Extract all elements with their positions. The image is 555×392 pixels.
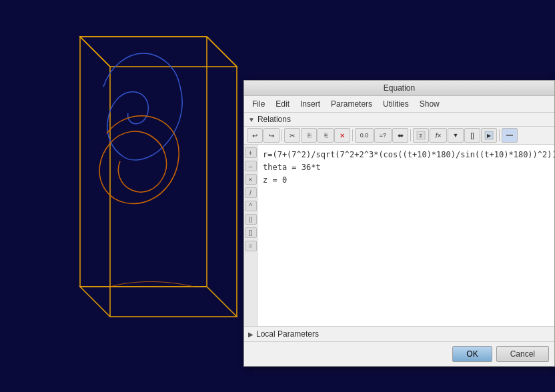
square-brackets-button[interactable]: []	[245, 227, 257, 238]
undo-button[interactable]: ↩	[247, 128, 263, 143]
menu-utilities[interactable]: Utilities	[378, 97, 414, 111]
sigma-button[interactable]: Σ	[413, 128, 429, 143]
menu-bar: File Edit Insert Parameters Utilities Sh…	[244, 96, 554, 113]
local-params-label: Local Parameters	[256, 329, 319, 339]
svg-marker-4	[80, 37, 237, 67]
equation-line-3: z = 0	[263, 174, 549, 187]
menu-file[interactable]: File	[247, 97, 270, 111]
equation-editor[interactable]: r=(7+(7^2)/sqrt(7^2+2^3*(cos((t+10)*180)…	[257, 145, 554, 326]
local-params-arrow[interactable]: ▶	[248, 331, 253, 338]
brackets-button[interactable]: []	[464, 128, 480, 143]
minus-button[interactable]: –	[245, 161, 257, 171]
toolbar-sep-4	[499, 129, 500, 141]
more-button[interactable]: ▶	[481, 128, 497, 143]
local-params-section: ▶ Local Parameters	[244, 326, 554, 341]
delete-button[interactable]: ✕	[334, 128, 350, 143]
align-button[interactable]: ⬌	[392, 128, 408, 143]
menu-edit[interactable]: Edit	[270, 97, 295, 111]
equation-panel: Equation File Edit Insert Parameters Uti…	[243, 80, 555, 367]
copy-button[interactable]: ⎘	[301, 128, 317, 143]
paste-button[interactable]: ⎗	[318, 128, 334, 143]
evaluate-button[interactable]: =?	[374, 128, 392, 143]
toolbar-sep-2	[352, 129, 353, 141]
button-bar: OK Cancel	[244, 341, 554, 366]
left-operators: + – × / ^ () [] =	[244, 145, 257, 326]
relations-section: ▼ Relations	[244, 113, 554, 127]
toolbar-sep-3	[410, 129, 411, 141]
equals-button[interactable]: =	[245, 241, 257, 251]
dropdown-button[interactable]: ▼	[448, 128, 464, 143]
menu-show[interactable]: Show	[414, 97, 445, 111]
cancel-button[interactable]: Cancel	[496, 346, 549, 362]
multiply-button[interactable]: ×	[245, 174, 257, 185]
3d-canvas	[0, 0, 247, 392]
extra-button[interactable]	[502, 128, 518, 143]
svg-text:Σ: Σ	[420, 133, 423, 139]
function-button[interactable]: f×	[430, 128, 447, 143]
menu-insert[interactable]: Insert	[295, 97, 326, 111]
redo-button[interactable]: ↪	[263, 128, 280, 143]
svg-text:▶: ▶	[487, 133, 492, 139]
toolbar-sep-1	[282, 129, 282, 141]
svg-marker-0	[80, 37, 207, 287]
content-area: + – × / ^ () [] = r=(7+(7^2)/sqrt(7^2+2^…	[244, 145, 554, 326]
number-button[interactable]: 0.0	[355, 128, 374, 143]
cut-button[interactable]: ✂	[284, 128, 300, 143]
svg-marker-1	[80, 287, 237, 317]
panel-title: Equation	[244, 81, 554, 96]
menu-parameters[interactable]: Parameters	[326, 97, 378, 111]
equation-line-1: r=(7+(7^2)/sqrt(7^2+2^3*(cos((t+10)*180)…	[263, 149, 549, 161]
ok-button[interactable]: OK	[452, 346, 492, 362]
relations-arrow[interactable]: ▼	[248, 116, 255, 123]
plus-button[interactable]: +	[245, 147, 257, 158]
equation-line-2: theta = 36*t	[263, 161, 549, 174]
divide-button[interactable]: /	[245, 187, 257, 198]
parens-button[interactable]: ()	[245, 214, 257, 225]
relations-label: Relations	[257, 115, 291, 124]
toolbar: ↩ ↪ ✂ ⎘ ⎗ ✕ 0.0 =? ⬌ Σ f× ▼ [] ▶	[244, 127, 554, 145]
power-button[interactable]: ^	[245, 201, 257, 211]
